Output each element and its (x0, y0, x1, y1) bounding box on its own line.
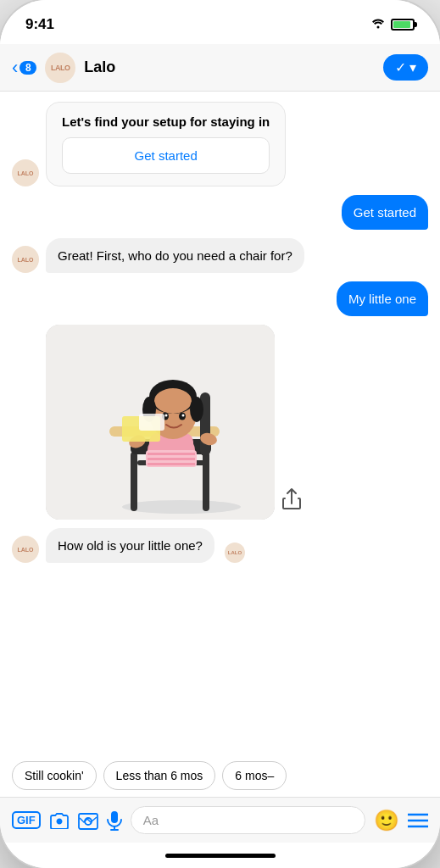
bot-avatar: LALO (12, 536, 39, 563)
svg-point-2 (122, 500, 241, 514)
wifi-icon (370, 18, 386, 31)
camera-button[interactable] (49, 812, 70, 829)
quick-reply-still-cookin[interactable]: Still cookin' (12, 761, 97, 790)
back-chevron-icon: ‹ (12, 58, 18, 77)
microphone-button[interactable] (107, 810, 122, 831)
gif-button[interactable]: GIF (12, 811, 41, 830)
incoming-message: How old is your little one? (46, 528, 214, 563)
svg-point-17 (154, 388, 192, 414)
message-row: Get started (12, 195, 428, 230)
emoji-button[interactable]: 🙂 (374, 809, 399, 832)
home-bar (165, 854, 276, 858)
image-message-row (12, 325, 428, 520)
svg-rect-30 (111, 811, 118, 823)
message-row: LALO How old is your little one? LALO (12, 528, 428, 563)
input-toolbar: GIF Aa 🙂 (0, 797, 440, 843)
chat-header: ‹ 8 LALO Lalo ✓ ▾ (0, 44, 440, 92)
message-row: LALO Great! First, who do you need a cha… (12, 238, 428, 273)
svg-point-22 (165, 415, 168, 417)
svg-rect-28 (79, 814, 97, 829)
status-icons (370, 13, 415, 31)
svg-rect-3 (131, 452, 137, 511)
header-name: Lalo (84, 58, 375, 76)
header-avatar: LALO (45, 53, 75, 83)
svg-point-0 (377, 26, 380, 29)
back-badge: 8 (19, 61, 36, 75)
message-row: LALO Let's find your setup for staying i… (12, 102, 428, 186)
notch (165, 0, 276, 24)
quick-reply-6-mos[interactable]: 6 mos– (222, 761, 287, 790)
battery-fill (393, 21, 410, 28)
battery-icon (391, 19, 415, 31)
message-row: My little one (12, 281, 428, 316)
svg-rect-12 (148, 453, 195, 455)
svg-point-23 (182, 415, 185, 417)
text-input[interactable]: Aa (131, 806, 365, 834)
outgoing-message: My little one (337, 281, 428, 316)
svg-rect-13 (148, 458, 195, 460)
checkmark-icon: ✓ (395, 59, 406, 75)
status-time: 9:41 (25, 11, 54, 33)
quick-replies: Still cookin' Less than 6 mos 6 mos– (0, 754, 440, 797)
svg-rect-14 (148, 463, 195, 465)
image-bubble (46, 325, 275, 520)
bot-avatar: LALO (12, 246, 39, 273)
incoming-message: Great! First, who do you need a chair fo… (46, 238, 304, 273)
card-cta-button[interactable]: Get started (62, 137, 270, 174)
back-button[interactable]: ‹ 8 (12, 58, 36, 77)
phone-frame: 9:41 ‹ 8 LALO Lalo ✓ ▾ (0, 0, 440, 868)
svg-point-19 (190, 397, 203, 422)
svg-rect-27 (139, 414, 164, 431)
card-title: Let's find your setup for staying in (62, 114, 270, 129)
card-message: Let's find your setup for staying in Get… (46, 102, 286, 186)
chat-image (46, 325, 275, 520)
share-button[interactable] (280, 487, 304, 511)
user-avatar-small: LALO (225, 542, 245, 563)
photo-button[interactable] (78, 811, 98, 830)
header-action-button[interactable]: ✓ ▾ (383, 54, 428, 81)
quick-reply-less-than-6-mos[interactable]: Less than 6 mos (103, 761, 216, 790)
outgoing-message: Get started (342, 195, 428, 230)
bot-avatar: LALO (12, 159, 39, 186)
home-indicator (0, 843, 440, 868)
dropdown-icon: ▾ (409, 59, 416, 75)
menu-button[interactable] (408, 813, 428, 828)
chat-area: LALO Let's find your setup for staying i… (0, 92, 440, 754)
